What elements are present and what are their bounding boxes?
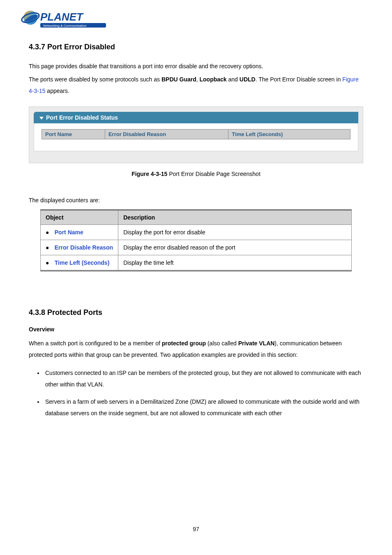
page-number: 97 xyxy=(29,526,363,532)
col-error-reason: Error Disabled Reason xyxy=(105,130,228,139)
planet-logo-icon: PLANET Networking & Communication xyxy=(21,8,111,31)
bullet-icon: ● xyxy=(46,259,51,266)
status-table: Port Name Error Disabled Reason Time Lef… xyxy=(42,129,350,139)
object-description-table: Object Description ● Port Name Display t… xyxy=(40,209,352,271)
section-heading-438: 4.3.8 Protected Ports xyxy=(29,308,363,317)
ui-screenshot-panel: Port Error Disabled Status Port Name Err… xyxy=(29,106,363,163)
list-item: Servers in a farm of web servers in a De… xyxy=(44,396,363,419)
bullet-icon: ● xyxy=(46,244,51,251)
intro-line-2: The ports were disabled by some protocol… xyxy=(29,74,363,97)
brand-logo: PLANET Networking & Communication xyxy=(21,8,363,31)
obj-table-head: Object Description xyxy=(41,210,352,225)
table-row: ● Port Name Display the port for error d… xyxy=(41,225,352,240)
panel-body: Port Name Error Disabled Reason Time Lef… xyxy=(34,123,358,151)
examples-list: Customers connected to an ISP can be mem… xyxy=(29,367,363,419)
table-row: ● Time Left (Seconds) Display the time l… xyxy=(41,255,352,271)
section-heading-437: 4.3.7 Port Error Disabled xyxy=(29,43,363,51)
svg-text:Networking & Communication: Networking & Communication xyxy=(43,24,86,28)
overview-label: Overview xyxy=(29,326,363,333)
table-row: ● Error Disable Reason Display the error… xyxy=(41,240,352,255)
panel-header[interactable]: Port Error Disabled Status xyxy=(34,112,358,123)
bullet-icon: ● xyxy=(46,229,51,236)
svg-text:PLANET: PLANET xyxy=(40,11,84,23)
list-item: Customers connected to an ISP can be mem… xyxy=(44,367,363,390)
chevron-down-icon xyxy=(39,117,44,120)
intro-line-1: This page provides disable that transiti… xyxy=(29,60,363,72)
figure-caption: Figure 4-3-15 Port Error Disable Page Sc… xyxy=(29,171,363,177)
counters-intro: The displayed counters are: xyxy=(29,197,363,204)
protected-ports-paragraph: When a switch port is configured to be a… xyxy=(29,338,363,361)
table-header-row: Port Name Error Disabled Reason Time Lef… xyxy=(42,130,350,139)
col-time-left: Time Left (Seconds) xyxy=(228,130,350,139)
col-port-name: Port Name xyxy=(42,130,105,139)
